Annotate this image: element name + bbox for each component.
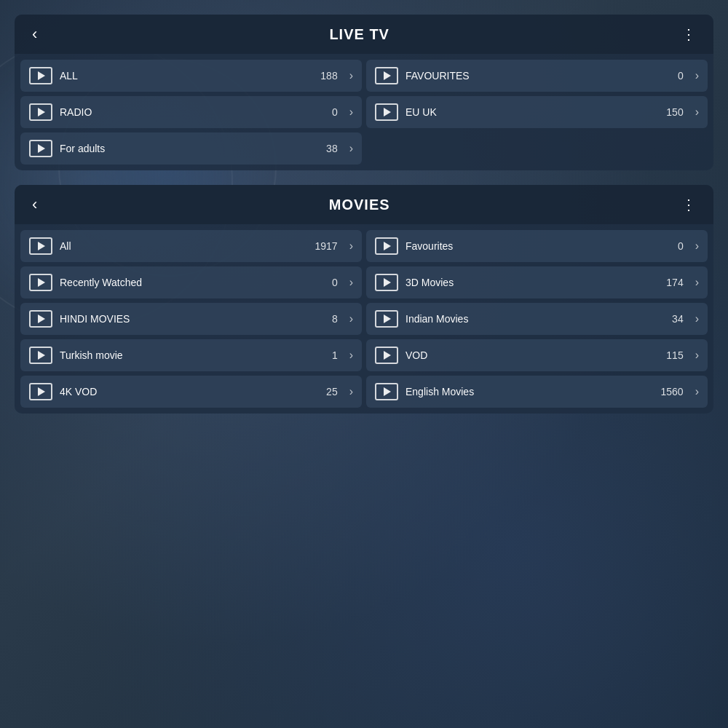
livetv-right-column: FAVOURITES0›EU UK150› (366, 60, 708, 165)
category-count: 1917 (315, 240, 338, 252)
category-count: 0 (332, 106, 338, 118)
chevron-right-icon: › (695, 349, 699, 362)
category-label: Favourites (405, 240, 670, 252)
category-count: 1 (332, 349, 338, 361)
category-count: 115 (666, 349, 683, 361)
category-item[interactable]: English Movies1560› (366, 376, 708, 408)
livetv-section: ‹ LIVE TV ⋮ ALL188›RADIO0›For adults38› … (15, 15, 713, 170)
play-icon (375, 237, 398, 255)
category-item[interactable]: Indian Movies34› (366, 303, 708, 335)
chevron-right-icon: › (349, 106, 353, 119)
category-count: 38 (326, 143, 338, 154)
category-count: 174 (666, 277, 683, 288)
play-icon (29, 140, 52, 157)
livetv-back-button[interactable]: ‹ (28, 25, 41, 44)
category-item[interactable]: RADIO0› (20, 96, 362, 128)
category-label: Recently Watched (60, 277, 325, 288)
category-item[interactable]: 3D Movies174› (366, 266, 708, 298)
play-icon (29, 347, 52, 364)
livetv-menu-button[interactable]: ⋮ (677, 25, 700, 43)
category-count: 8 (332, 313, 338, 325)
chevron-right-icon: › (695, 385, 699, 398)
livetv-title: LIVE TV (41, 26, 677, 43)
movies-left-column: All1917›Recently Watched0›HINDI MOVIES8›… (20, 230, 362, 408)
chevron-right-icon: › (349, 349, 353, 362)
category-item[interactable]: For adults38› (20, 132, 362, 165)
livetv-left-column: ALL188›RADIO0›For adults38› (20, 60, 362, 165)
category-count: 0 (678, 240, 684, 252)
category-item[interactable]: Favourites0› (366, 230, 708, 262)
movies-menu-button[interactable]: ⋮ (677, 196, 700, 213)
category-item[interactable]: HINDI MOVIES8› (20, 303, 362, 335)
category-count: 34 (672, 313, 684, 325)
movies-section: ‹ MOVIES ⋮ All1917›Recently Watched0›HIN… (15, 185, 713, 414)
chevron-right-icon: › (349, 276, 353, 289)
chevron-right-icon: › (349, 312, 353, 325)
play-icon (375, 347, 398, 364)
category-label: All (60, 240, 308, 252)
category-label: English Movies (405, 386, 654, 397)
play-icon (29, 237, 52, 255)
category-item[interactable]: Recently Watched0› (20, 266, 362, 298)
category-label: ALL (60, 70, 313, 82)
category-item[interactable]: FAVOURITES0› (366, 60, 708, 92)
category-item[interactable]: All1917› (20, 230, 362, 262)
play-icon (29, 383, 52, 400)
category-item[interactable]: Turkish movie1› (20, 339, 362, 371)
category-count: 25 (326, 386, 338, 397)
movies-back-button[interactable]: ‹ (28, 195, 41, 214)
livetv-header: ‹ LIVE TV ⋮ (15, 15, 713, 54)
category-label: VOD (405, 349, 659, 361)
chevron-right-icon: › (695, 240, 699, 253)
play-icon (29, 274, 52, 291)
category-label: HINDI MOVIES (60, 313, 325, 325)
play-icon (29, 103, 52, 121)
category-item[interactable]: EU UK150› (366, 96, 708, 128)
chevron-right-icon: › (695, 106, 699, 119)
category-item[interactable]: ALL188› (20, 60, 362, 92)
category-label: Indian Movies (405, 313, 665, 325)
play-icon (375, 383, 398, 400)
category-item[interactable]: VOD115› (366, 339, 708, 371)
play-icon (29, 67, 52, 84)
chevron-right-icon: › (695, 69, 699, 82)
play-icon (375, 310, 398, 328)
category-count: 0 (678, 70, 684, 82)
movies-header: ‹ MOVIES ⋮ (15, 185, 713, 224)
play-icon (29, 310, 52, 328)
chevron-right-icon: › (349, 385, 353, 398)
play-icon (375, 103, 398, 121)
play-icon (375, 274, 398, 291)
category-label: FAVOURITES (405, 70, 670, 82)
category-item[interactable]: 4K VOD25› (20, 376, 362, 408)
category-count: 150 (666, 106, 683, 118)
category-label: RADIO (60, 106, 325, 118)
livetv-grid: ALL188›RADIO0›For adults38› FAVOURITES0›… (15, 54, 713, 170)
category-label: Turkish movie (60, 349, 325, 361)
category-count: 1560 (661, 386, 684, 397)
category-label: 4K VOD (60, 386, 319, 397)
chevron-right-icon: › (695, 276, 699, 289)
category-label: EU UK (405, 106, 659, 118)
chevron-right-icon: › (349, 240, 353, 253)
movies-title: MOVIES (41, 197, 677, 213)
chevron-right-icon: › (349, 69, 353, 82)
category-count: 0 (332, 277, 338, 288)
chevron-right-icon: › (695, 312, 699, 325)
category-label: For adults (60, 143, 319, 154)
category-count: 188 (320, 70, 337, 82)
category-label: 3D Movies (405, 277, 659, 288)
chevron-right-icon: › (349, 142, 353, 155)
movies-right-column: Favourites0›3D Movies174›Indian Movies34… (366, 230, 708, 408)
movies-grid: All1917›Recently Watched0›HINDI MOVIES8›… (15, 224, 713, 414)
play-icon (375, 67, 398, 84)
